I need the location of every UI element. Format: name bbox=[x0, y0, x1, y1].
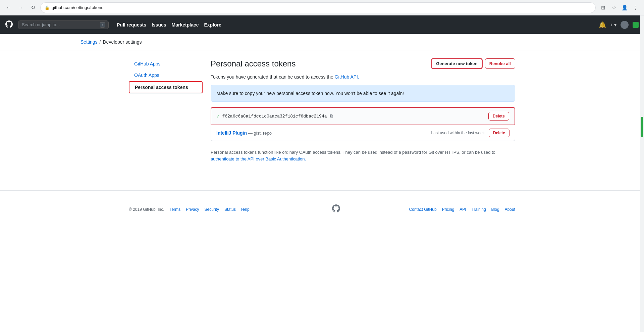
token-scopes: — gist, repo bbox=[248, 131, 272, 136]
sidebar-item-personal-access-tokens[interactable]: Personal access tokens bbox=[129, 81, 203, 93]
token-list-delete-button[interactable]: Delete bbox=[489, 129, 509, 137]
scrollbar-area[interactable] bbox=[640, 15, 644, 223]
green-status-indicator bbox=[633, 22, 639, 28]
avatar[interactable] bbox=[621, 21, 629, 29]
generate-token-button[interactable]: Generate new token bbox=[431, 58, 482, 69]
browser-chrome: ← → ↻ 🔒 github.com/settings/tokens ⊞ ☆ 👤… bbox=[0, 0, 644, 15]
new-item-btn[interactable]: + ▾ bbox=[610, 22, 616, 28]
footer-copyright: © 2019 GitHub, Inc. bbox=[129, 207, 164, 212]
breadcrumb-settings[interactable]: Settings bbox=[80, 39, 98, 45]
copy-icon[interactable]: ⧉ bbox=[330, 113, 333, 119]
alert-message: Make sure to copy your new personal acce… bbox=[216, 91, 404, 96]
search-slash: / bbox=[100, 22, 105, 28]
footer-github-logo bbox=[332, 204, 340, 215]
nav-pull-requests[interactable]: Pull requests bbox=[117, 22, 146, 28]
token-string: f62a6c6a8a1fdcc1c0aaca32f181cf6dbac2194a bbox=[222, 114, 327, 119]
footer-security[interactable]: Security bbox=[205, 207, 219, 212]
token-box: ✓ f62a6c6a8a1fdcc1c0aaca32f181cf6dbac219… bbox=[211, 107, 515, 125]
sidebar-item-github-apps[interactable]: GitHub Apps bbox=[129, 58, 203, 69]
nav-explore[interactable]: Explore bbox=[204, 22, 221, 28]
token-name-link[interactable]: IntelliJ Plugin bbox=[216, 130, 247, 136]
lock-icon: 🔒 bbox=[45, 5, 50, 10]
footer-training[interactable]: Training bbox=[472, 207, 486, 212]
token-check-icon: ✓ bbox=[217, 113, 219, 119]
profile-icon-btn[interactable]: 👤 bbox=[620, 3, 629, 12]
header-nav: Pull requests Issues Marketplace Explore bbox=[117, 22, 221, 28]
menu-icon-btn[interactable]: ⋮ bbox=[631, 3, 640, 12]
token-last-used: Last used within the last week bbox=[431, 131, 485, 135]
notifications-icon[interactable]: 🔔 bbox=[599, 21, 606, 29]
address-bar[interactable]: 🔒 github.com/settings/tokens bbox=[40, 2, 596, 13]
breadcrumb-current: Developer settings bbox=[103, 39, 142, 45]
search-placeholder: Search or jump to... bbox=[22, 22, 97, 27]
footer-note: Personal access tokens function like ord… bbox=[211, 149, 515, 162]
content-header: Personal access tokens Generate new toke… bbox=[211, 58, 515, 69]
footer-help[interactable]: Help bbox=[241, 207, 250, 212]
content-area: Personal access tokens Generate new toke… bbox=[211, 58, 515, 162]
footer-status[interactable]: Status bbox=[224, 207, 236, 212]
breadcrumb-separator: / bbox=[100, 39, 101, 45]
footer-contact[interactable]: Contact GitHub bbox=[409, 207, 437, 212]
header-right: 🔔 + ▾ bbox=[599, 21, 639, 29]
main-container: GitHub Apps OAuth Apps Personal access t… bbox=[121, 50, 523, 170]
footer-about[interactable]: About bbox=[505, 207, 515, 212]
basic-auth-link[interactable]: authenticate to the API over Basic Authe… bbox=[211, 156, 306, 161]
nav-marketplace[interactable]: Marketplace bbox=[172, 22, 199, 28]
alert-box: Make sure to copy your new personal acce… bbox=[211, 85, 515, 102]
token-delete-button[interactable]: Delete bbox=[488, 112, 509, 121]
footer-left: © 2019 GitHub, Inc. Terms Privacy Securi… bbox=[129, 207, 250, 212]
github-header: Search or jump to... / Pull requests Iss… bbox=[0, 15, 644, 34]
token-list-left: IntelliJ Plugin — gist, repo bbox=[216, 130, 272, 136]
github-logo[interactable] bbox=[5, 19, 13, 30]
search-box[interactable]: Search or jump to... / bbox=[18, 20, 109, 29]
breadcrumb: Settings / Developer settings bbox=[0, 34, 644, 50]
translate-icon-btn[interactable]: ⊞ bbox=[598, 3, 608, 12]
github-api-link2[interactable]: GitHub API. bbox=[335, 74, 359, 80]
sidebar: GitHub Apps OAuth Apps Personal access t… bbox=[129, 58, 203, 162]
footer-right: Contact GitHub Pricing API Training Blog… bbox=[409, 207, 515, 212]
footer-api[interactable]: API bbox=[460, 207, 466, 212]
url-text: github.com/settings/tokens bbox=[52, 5, 103, 10]
scrollbar-thumb[interactable] bbox=[641, 117, 643, 137]
page-title: Personal access tokens bbox=[211, 59, 296, 68]
browser-right-icons: ⊞ ☆ 👤 ⋮ bbox=[598, 3, 640, 12]
back-button[interactable]: ← bbox=[4, 3, 13, 12]
revoke-all-button[interactable]: Revoke all bbox=[485, 58, 515, 69]
nav-issues[interactable]: Issues bbox=[152, 22, 166, 28]
reload-button[interactable]: ↻ bbox=[28, 3, 38, 12]
token-list-right: Last used within the last week Delete bbox=[431, 129, 509, 137]
footer-privacy[interactable]: Privacy bbox=[186, 207, 199, 212]
footer-note-text: Personal access tokens function like ord… bbox=[211, 150, 495, 155]
token-list-item: IntelliJ Plugin — gist, repo Last used w… bbox=[211, 125, 515, 141]
footer-pricing[interactable]: Pricing bbox=[442, 207, 454, 212]
full-footer-row: © 2019 GitHub, Inc. Terms Privacy Securi… bbox=[121, 204, 523, 215]
forward-button[interactable]: → bbox=[16, 3, 25, 12]
header-buttons: Generate new token Revoke all bbox=[431, 58, 515, 69]
footer-terms[interactable]: Terms bbox=[170, 207, 181, 212]
footer-blog[interactable]: Blog bbox=[491, 207, 499, 212]
page-footer: © 2019 GitHub, Inc. Terms Privacy Securi… bbox=[0, 190, 644, 223]
sidebar-item-oauth-apps[interactable]: OAuth Apps bbox=[129, 70, 203, 81]
bookmark-icon-btn[interactable]: ☆ bbox=[609, 3, 619, 12]
token-value-container: ✓ f62a6c6a8a1fdcc1c0aaca32f181cf6dbac219… bbox=[217, 113, 333, 119]
info-text-display: Tokens you have generated that can be us… bbox=[211, 74, 515, 80]
